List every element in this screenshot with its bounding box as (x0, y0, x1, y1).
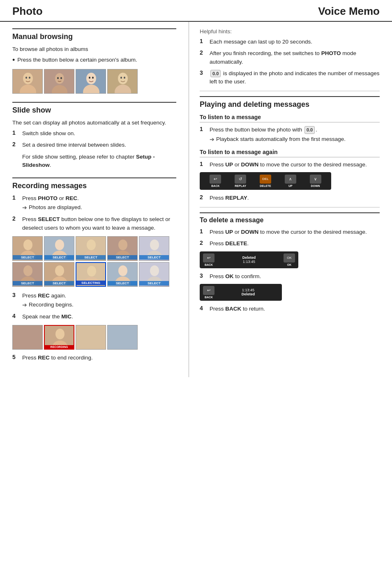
svg-point-45 (118, 265, 127, 276)
delete-step3-post: to confirm. (234, 273, 261, 279)
manual-browsing-intro: To browse all photos in albums (12, 45, 176, 53)
listen-again-step2: 2 Press REPLAY. (200, 194, 380, 202)
listen-again-step-num-1: 1 (200, 161, 205, 167)
recording-step3: 3 Press REC again. ➔ Recording begins. (12, 292, 176, 309)
rec-step3-arrow: ➔ Recording begins. (22, 301, 74, 309)
delete-title: To delete a message (200, 212, 380, 224)
slide-show-title: Slide show (12, 102, 176, 115)
recording-step2: 2 Press SELECT button below one to five … (12, 215, 176, 232)
recording-step2-content: Press SELECT button below one to five di… (22, 215, 176, 232)
grid-photo-3: SELECT (76, 236, 106, 261)
listen-step1-dot: . (316, 127, 317, 133)
down-icon: ∨ (310, 175, 321, 184)
replay-icon: ↺ (235, 175, 246, 184)
hint-num-1: 1 (200, 38, 205, 44)
svg-point-14 (92, 76, 94, 78)
hint-1: 1 Each message can last up to 20 seconds… (200, 38, 380, 46)
rec-step1-arrow: ➔ Photos are displayed. (22, 203, 82, 212)
hint-num-3: 3 (200, 69, 205, 76)
svg-rect-50 (13, 325, 43, 349)
recording-step5: 5 Press REC to end recording. (12, 354, 176, 362)
left-column: Manual browsing To browse all photos in … (0, 22, 189, 377)
hint-3-text: is displayed in the photo and indicates … (210, 70, 380, 85)
helpful-hints-label: Helpful hints: (200, 28, 380, 35)
svg-point-11 (86, 73, 96, 84)
rec-step3-text: again. (50, 293, 67, 299)
msg-indicator-2: 0.0 (304, 126, 315, 134)
del-info-title: Deleted (218, 256, 280, 260)
delete-panel-1: ↩ BACK Deleted 1:13:45 OK OK (200, 251, 298, 268)
manual-browsing-section: Manual browsing To browse all photos in … (12, 28, 176, 94)
delete-step-num-1: 1 (200, 228, 205, 235)
svg-point-16 (118, 73, 128, 84)
select-label-4: SELECT (108, 255, 137, 260)
rec-step1-end: . (77, 195, 79, 201)
slide-show-step1: 1 Switch slide show on. (12, 129, 176, 138)
photo-thumb-1 (12, 69, 43, 94)
del2-info-time: 1:13:45 (218, 288, 279, 292)
select-label-2: SELECT (44, 255, 74, 260)
page-header: Photo Voice Memo (0, 0, 392, 22)
listen-step1: 1 Press the button below the photo with … (200, 126, 380, 143)
separator-1 (200, 91, 380, 91)
recording-step4: 4 Speak near the MIC. (12, 313, 176, 321)
select-label-10: SELECT (139, 281, 169, 286)
del-ok-icon: OK (284, 253, 295, 263)
delete-step-num-3: 3 (200, 272, 205, 279)
arrow-icon-1: ➔ (22, 203, 27, 212)
rec-step4-end: . (71, 313, 73, 320)
svg-point-6 (55, 73, 64, 84)
hint-1-text: Each message can last up to 20 seconds. (210, 38, 312, 46)
slide-show-step2-text: Set a desired time interval between slid… (22, 141, 126, 149)
del-info-time: 1:13:45 (218, 260, 280, 264)
delete-label: DELETE (260, 184, 271, 187)
svg-point-3 (25, 76, 27, 78)
select-label-8: SELECTING (76, 281, 105, 285)
arrow-icon-3: ➔ (22, 301, 27, 309)
rec-step-num-5: 5 (12, 354, 18, 360)
listen-again-step1-mid: or (233, 161, 241, 168)
msg-indicator: 0.0 (210, 70, 221, 78)
rec-display-1 (12, 325, 43, 350)
delete-step3-content: Press OK to confirm. (210, 272, 261, 281)
svg-point-33 (150, 240, 159, 250)
listen-again-subtitle: To listen to a message again (200, 149, 380, 157)
photo-row-1: SELECT SELECT (12, 236, 176, 261)
select-label-6: SELECT (13, 281, 42, 286)
manual-browsing-bullet: • Press the button below a certain perso… (12, 56, 176, 65)
photo-thumb-3 (76, 69, 106, 94)
listen-step1-arrow: ➔ Playback starts automatically from the… (210, 135, 346, 144)
hint-num-2: 2 (200, 49, 205, 56)
rec-step1-mid: or (58, 195, 66, 201)
ok-bold: OK (225, 273, 233, 279)
right-column: Helpful hints: 1 Each message can last u… (189, 22, 392, 377)
slide-show-section: Slide show The set can display all photo… (12, 102, 176, 169)
svg-point-13 (89, 76, 90, 78)
up-btn: ∧ UP (278, 175, 303, 187)
manual-browsing-title: Manual browsing (12, 28, 176, 41)
listen-again-step1-content: Press UP or DOWN to move the cursor to t… (210, 161, 367, 169)
back-icon: ↩ (210, 175, 221, 184)
delete-step2-pre: Press (210, 240, 225, 246)
svg-rect-55 (108, 325, 138, 349)
delete-step3-pre: Press (210, 273, 225, 279)
manual-photo-strip (12, 69, 176, 94)
svg-point-36 (23, 265, 32, 276)
del2-back-label: BACK (205, 296, 213, 299)
delete-step2: 2 Press DELETE. (200, 240, 380, 248)
hint-2-content: After you finish recording, the set swit… (210, 49, 380, 66)
replay-btn: ↺ REPLAY (228, 175, 253, 187)
rec-display-4 (107, 325, 138, 350)
up-label: UP (288, 184, 293, 187)
rec-photo-bold: PHOTO (38, 195, 58, 201)
rec-select-bold: SELECT (38, 216, 60, 222)
svg-point-4 (29, 76, 30, 78)
rec-step5-text: to end recording. (50, 355, 93, 361)
step-num-1: 1 (12, 129, 18, 136)
playing-deleting-title: Playing and deleting messages (200, 96, 380, 109)
grid-photo-1: SELECT (12, 236, 43, 261)
slide-show-step2: 2 Set a desired time interval between sl… (12, 141, 176, 149)
manual-browsing-bullet-text: Press the button below a certain person'… (17, 56, 137, 65)
grid-photo-2: SELECT (44, 236, 74, 261)
back-bold: BACK (225, 306, 241, 312)
